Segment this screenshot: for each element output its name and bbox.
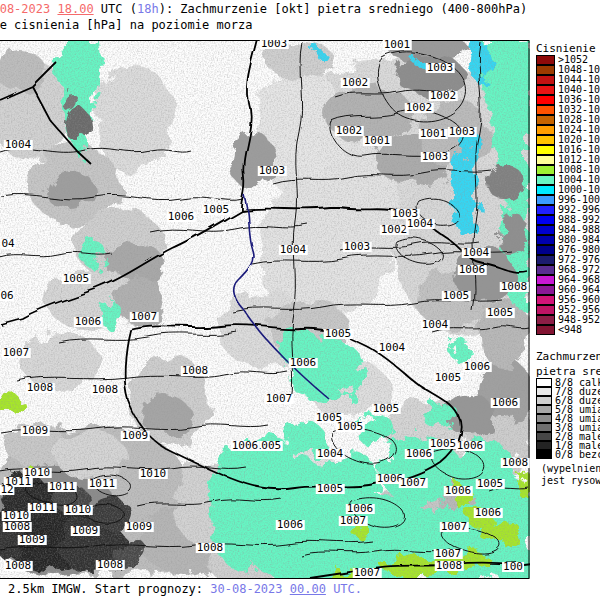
legend-swatch (536, 275, 555, 285)
start-utc: UTC. (326, 582, 362, 596)
pressure-label: 1011 (48, 482, 77, 492)
legend-swatch (536, 65, 555, 75)
pressure-label: 1009 (71, 526, 100, 536)
pressure-label: 1006 (167, 212, 196, 222)
pressure-label: 1011 (28, 503, 57, 513)
legend-swatch (536, 145, 555, 155)
pressure-label: 1006 (463, 362, 492, 372)
legend-swatch (536, 95, 555, 105)
legend-swatch (536, 405, 552, 414)
pressure-label: 1007 (399, 478, 428, 488)
pressure-label: 12 (0, 485, 15, 495)
legend-swatch (536, 55, 555, 65)
pressure-label: 1005 (434, 373, 463, 383)
legend-swatch (536, 85, 555, 95)
pressure-legend: >10521048-10521044-10481040-10441036-104… (536, 55, 600, 335)
legend-swatch (536, 295, 555, 305)
pressure-label: 1008 (91, 385, 120, 395)
legend-swatch (536, 450, 552, 459)
pressure-label: 1004 (462, 248, 491, 258)
pressure-label: 1011 (88, 479, 117, 489)
pressure-label: 1006 (444, 486, 473, 496)
pressure-label: 1007 (339, 516, 368, 526)
pressure-label: 1004 (406, 219, 435, 229)
legend-swatch (536, 105, 555, 115)
pressure-label: 1004 (279, 245, 308, 255)
pressure-label: 1003 (343, 242, 372, 252)
pressure-label: 1007 (130, 312, 159, 322)
pressure-label: 1008 (500, 282, 529, 292)
weather-map: 1003100110031002100210021004100210011001… (0, 40, 530, 579)
pressure-label: 1005 (62, 274, 91, 284)
pressure-label: 1003 (258, 166, 287, 176)
legend-swatch (536, 265, 555, 275)
pressure-label: 1004 (421, 320, 450, 330)
legend-swatch (536, 75, 555, 85)
legend-swatch (536, 175, 555, 185)
pressure-label: 1008 (181, 366, 210, 376)
pressure-label: 1005 (486, 308, 515, 318)
model-label: 2.5km IMGW. Start prognozy: (8, 582, 210, 596)
pressure-label: 1003 (421, 152, 450, 162)
legend-swatch (536, 245, 555, 255)
pressure-label: 1007 (353, 568, 382, 578)
pressure-label: 1005 (442, 291, 471, 301)
pressure-label: 1006 (491, 398, 520, 408)
pressure-label: 1009 (21, 426, 50, 436)
pressure-label: 1003 (260, 40, 289, 49)
legend-label: <948 (558, 325, 582, 335)
pressure-label: 1001 (383, 40, 412, 50)
legend-swatch (536, 185, 555, 195)
forecast-hour: 18h (137, 2, 159, 16)
legend-swatch (536, 414, 552, 423)
pressure-label: 1005 (372, 404, 401, 414)
pressure-label: 1003 (426, 63, 455, 73)
legend-swatch (536, 315, 555, 325)
pressure-labels-layer: 1003100110031002100210021004100210011001… (0, 40, 530, 579)
pressure-label: 06 (0, 291, 15, 301)
legend-swatch (536, 285, 555, 295)
pressure-label: 1010 (139, 469, 168, 479)
pressure-label: 1006 (346, 504, 375, 514)
pressure-label: 1008 (196, 543, 225, 553)
pressure-label: 1008 (4, 561, 33, 571)
cloud-legend-note1: (wypelnienie (541, 463, 600, 475)
pressure-label: 1006 (289, 358, 318, 368)
pressure-label: 1008 (96, 560, 125, 570)
pressure-label: 1010 (64, 505, 93, 515)
pressure-label: 1005 (429, 439, 458, 449)
legend-swatch (536, 195, 555, 205)
legend-swatch (536, 155, 555, 165)
legend-swatch (536, 255, 555, 265)
pressure-label: 1002 (405, 103, 434, 113)
pressure-label: 1009 (125, 522, 154, 532)
pressure-label: 1006 (458, 265, 487, 275)
cloud-legend-note2: jest rysowane (541, 475, 600, 487)
pressure-label: 1002 (335, 126, 364, 136)
pressure-label: 1005 (324, 329, 353, 339)
pressure-label: 1009 (121, 431, 150, 441)
map-title-line1: 30-08-2023 18.00 UTC (18h): Zachmurzenie… (0, 2, 527, 16)
pressure-label: 1006 (74, 317, 103, 327)
map-title-line2: Pole cisnienia [hPa] na poziomie morza (0, 18, 253, 32)
legend-swatch (536, 441, 552, 450)
pressure-label: 1002 (429, 91, 458, 101)
legend-swatch (536, 125, 555, 135)
pressure-label: 1001 (419, 129, 448, 139)
legend-row: 0/8 bezchmurnie (536, 450, 600, 459)
pressure-label: 1006 (405, 449, 434, 459)
forecast-start-line: 2.5km IMGW. Start prognozy: 30-08-2023 0… (8, 582, 362, 596)
pressure-label: 1008 (501, 458, 530, 468)
pressure-label: 04 (0, 239, 15, 249)
pressure-label: 1007 (265, 394, 294, 404)
legend-swatch (536, 396, 552, 405)
legend-panel: Cisnienie [hPa] >10521048-10521044-10481… (536, 40, 600, 487)
legend-row: <948 (536, 325, 600, 335)
start-time: 00.00 (290, 582, 326, 596)
pressure-label: 1004 (378, 343, 407, 353)
pressure-label: 1007 (2, 348, 31, 358)
pressure-label: 1004 (4, 140, 33, 150)
legend-swatch (536, 165, 555, 175)
legend-swatch (536, 305, 555, 315)
pressure-label: 1008 (3, 522, 32, 532)
